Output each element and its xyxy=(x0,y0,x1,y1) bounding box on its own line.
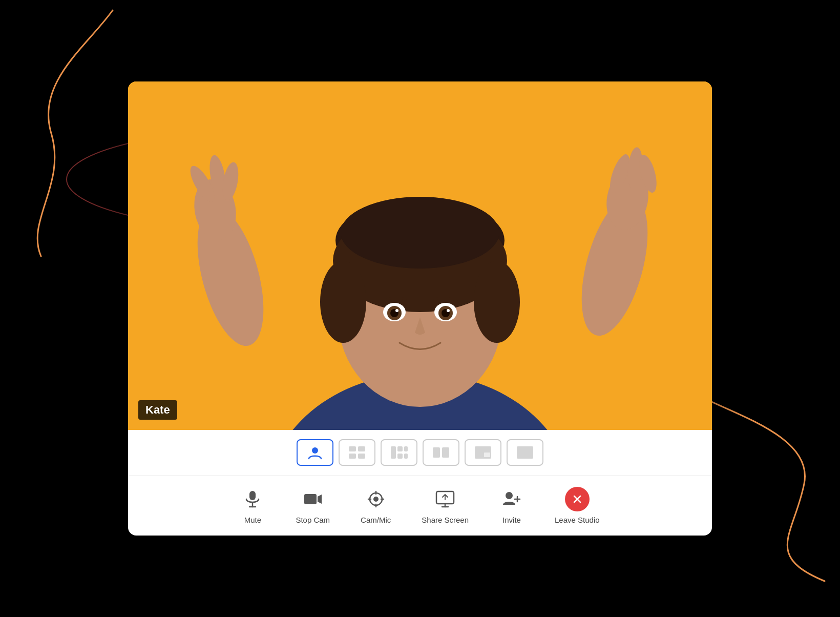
svg-rect-46 xyxy=(397,454,403,459)
layout-btn-side[interactable] xyxy=(423,439,459,466)
svg-point-39 xyxy=(312,447,318,454)
stop-cam-icon xyxy=(303,491,323,507)
cam-mic-label: Cam/Mic xyxy=(361,516,391,524)
invite-button[interactable]: Invite xyxy=(499,487,524,524)
share-screen-label: Share Screen xyxy=(422,516,469,524)
svg-rect-52 xyxy=(484,453,490,457)
leave-studio-icon-wrap xyxy=(565,487,590,511)
share-screen-icon-wrap xyxy=(433,487,457,511)
stop-cam-label: Stop Cam xyxy=(296,516,330,524)
cam-mic-button[interactable]: Cam/Mic xyxy=(361,487,391,524)
video-placeholder xyxy=(128,81,712,430)
leave-studio-button[interactable]: Leave Studio xyxy=(555,487,600,524)
svg-rect-54 xyxy=(249,491,256,500)
leave-studio-label: Leave Studio xyxy=(555,516,600,524)
layout-bar xyxy=(128,430,712,476)
svg-rect-45 xyxy=(397,446,403,451)
layout-btn-grid3[interactable] xyxy=(381,439,417,466)
layout-btn-single[interactable] xyxy=(297,439,333,466)
svg-point-68 xyxy=(506,492,513,499)
share-screen-button[interactable]: Share Screen xyxy=(422,487,469,524)
svg-rect-57 xyxy=(304,494,317,504)
svg-point-20 xyxy=(341,197,499,269)
stop-cam-icon-wrap xyxy=(301,487,325,511)
invite-icon-wrap xyxy=(499,487,524,511)
svg-rect-47 xyxy=(404,446,408,451)
mute-icon xyxy=(244,490,261,508)
mute-icon-wrap xyxy=(240,487,265,511)
svg-rect-40 xyxy=(349,446,356,451)
stop-cam-button[interactable]: Stop Cam xyxy=(296,487,330,524)
svg-rect-49 xyxy=(433,447,440,458)
mute-button[interactable]: Mute xyxy=(240,487,265,524)
participant-name-tag: Kate xyxy=(138,400,177,420)
svg-rect-43 xyxy=(358,454,365,459)
invite-icon xyxy=(502,490,521,508)
layout-btn-pip[interactable] xyxy=(465,439,501,466)
toolbar: Mute Stop Cam xyxy=(128,476,712,536)
mute-label: Mute xyxy=(244,516,261,524)
cam-mic-icon xyxy=(367,490,385,508)
svg-rect-53 xyxy=(517,446,533,459)
svg-rect-42 xyxy=(349,454,356,459)
svg-point-59 xyxy=(373,497,379,502)
svg-rect-44 xyxy=(391,446,396,459)
cam-mic-icon-wrap xyxy=(364,487,388,511)
share-screen-icon xyxy=(435,490,455,508)
invite-label: Invite xyxy=(502,516,521,524)
participant-video xyxy=(128,81,712,430)
video-area: Kate xyxy=(128,81,712,430)
svg-rect-41 xyxy=(358,446,365,451)
svg-point-18 xyxy=(320,261,366,343)
layout-btn-grid2[interactable] xyxy=(339,439,375,466)
app-container: Kate xyxy=(128,81,712,536)
svg-rect-50 xyxy=(442,447,449,458)
leave-studio-icon xyxy=(571,493,583,505)
layout-btn-blank[interactable] xyxy=(507,439,543,466)
svg-point-27 xyxy=(395,309,398,312)
svg-point-19 xyxy=(474,261,520,343)
svg-point-28 xyxy=(447,309,450,312)
svg-rect-48 xyxy=(404,454,408,459)
